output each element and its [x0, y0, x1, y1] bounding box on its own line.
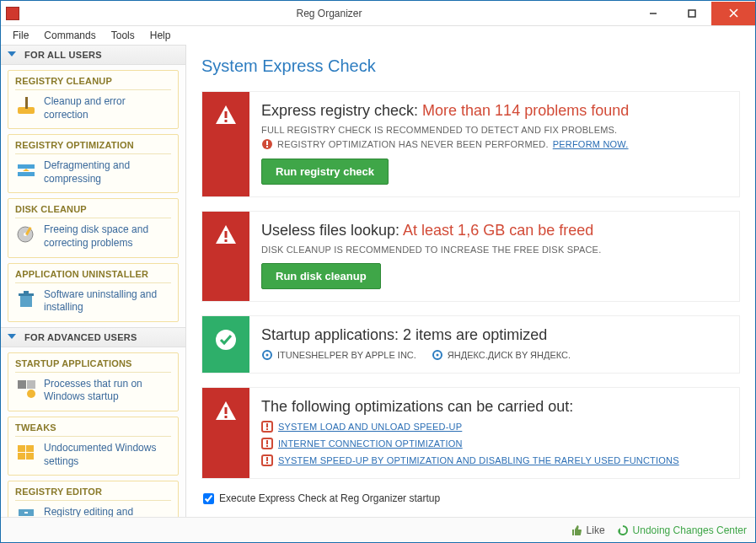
sidebar-item-desc: Undocumented Windows settings [44, 442, 171, 468]
startup-item-label: ЯНДЕКС.ДИСК BY ЯНДЕКС. [448, 350, 571, 360]
card-subtext2: REGISTRY OPTIMIZATION HAS NEVER BEEN PER… [261, 138, 727, 150]
card-status-bar [202, 212, 249, 301]
svg-rect-20 [18, 445, 25, 452]
window-controls [634, 2, 755, 25]
flag-gear-icon [15, 378, 37, 400]
card-heading: Express registry check: More than 114 pr… [261, 102, 727, 120]
gear-icon [261, 349, 273, 361]
sidebar-item-tweaks[interactable]: TWEAKS Undocumented Windows settings [8, 417, 179, 476]
card-status-bar [202, 388, 249, 478]
broom-icon [15, 95, 37, 117]
sidebar-item-desc: Cleanup and error correction [44, 95, 171, 121]
run-registry-check-button[interactable]: Run registry check [261, 159, 389, 185]
optimization-link[interactable]: INTERNET CONNECTION OPTIMIZATION [278, 438, 463, 449]
card-status-bar [202, 92, 249, 196]
svg-rect-14 [19, 293, 34, 296]
sidebar-item-registry-optimization[interactable]: REGISTRY OPTIMIZATION Defragmenting and … [8, 134, 179, 193]
run-disk-cleanup-button[interactable]: Run disk cleanup [261, 263, 381, 289]
like-button[interactable]: Like [571, 524, 605, 536]
check-circle-icon [214, 328, 238, 352]
sidebar-section-advanced[interactable]: FOR ADVANCED USERS [1, 327, 185, 347]
sidebar-item-title: APPLICATION UNINSTALLER [15, 269, 171, 283]
svg-rect-48 [266, 428, 268, 430]
thumbs-up-icon [571, 524, 582, 536]
card-subtext: FULL REGISTRY CHECK IS RECOMMENDED TO DE… [261, 125, 727, 135]
sidebar-item-desc: Registry editing and searching [44, 506, 171, 517]
sidebar-item-uninstaller[interactable]: APPLICATION UNINSTALLER Software uninsta… [8, 263, 179, 322]
startup-items-row: ITUNESHELPER BY APPLE INC. ЯНДЕКС.ДИСК B… [261, 349, 727, 361]
svg-marker-9 [23, 169, 29, 171]
svg-rect-54 [266, 462, 268, 464]
svg-rect-30 [225, 111, 228, 118]
maximize-button[interactable] [673, 2, 711, 25]
card-head-text: Useless files lookup: [261, 222, 403, 239]
sidebar-item-title: REGISTRY EDITOR [15, 487, 171, 501]
optimization-row: SYSTEM SPEED-UP BY OPTIMIZATION AND DISA… [261, 454, 727, 466]
svg-rect-22 [18, 453, 25, 460]
sidebar-section-label: FOR ALL USERS [24, 50, 102, 60]
sidebar-item-title: REGISTRY OPTIMIZATION [15, 140, 171, 154]
svg-point-40 [266, 354, 269, 357]
undo-label: Undoing Changes Center [633, 524, 747, 536]
svg-rect-8 [18, 172, 35, 176]
menu-commands[interactable]: Commands [37, 28, 102, 43]
card-subtext: DISK CLEANUP IS RECOMMENDED TO INCREASE … [261, 245, 727, 255]
svg-marker-4 [8, 51, 16, 56]
sidebar-item-desc: Defragmenting and compressing [44, 159, 171, 185]
footer: Like Undoing Changes Center [1, 517, 755, 542]
main-scroll: System Express Check Express registry ch… [186, 45, 755, 517]
perform-now-link[interactable]: PERFORM NOW. [553, 139, 629, 149]
alert-icon [214, 400, 238, 422]
alert-box-icon [261, 454, 273, 466]
sidebar-item-startup[interactable]: STARTUP APPLICATIONS Processes that run … [8, 352, 179, 411]
sidebar-item-registry-editor[interactable]: REGISTRY EDITOR Registry editing and sea… [8, 481, 179, 517]
alert-box-icon [261, 421, 273, 433]
optimization-link[interactable]: SYSTEM SPEED-UP BY OPTIMIZATION AND DISA… [278, 455, 679, 465]
sidebar-item-desc: Software uninstalling and installing [44, 288, 171, 315]
menu-file[interactable]: File [6, 28, 35, 43]
minimize-button[interactable] [634, 2, 673, 25]
card-optimizations: The following optimizations can be carri… [201, 387, 740, 479]
like-label: Like [587, 524, 605, 536]
titlebar: Reg Organizer [1, 1, 755, 26]
svg-rect-34 [266, 146, 268, 148]
sidebar-section-label: FOR ADVANCED USERS [24, 332, 137, 342]
undoing-changes-button[interactable]: Undoing Changes Center [617, 524, 747, 536]
sidebar-item-registry-cleanup[interactable]: REGISTRY CLEANUP Cleanup and error corre… [8, 70, 179, 129]
startup-item-label: ITUNESHELPER BY APPLE INC. [277, 350, 416, 360]
menu-tools[interactable]: Tools [105, 28, 142, 43]
main-area: System Express Check Express registry ch… [186, 45, 755, 517]
optimization-link[interactable]: SYSTEM LOAD AND UNLOAD SPEED-UP [278, 422, 462, 432]
sidebar-item-disk-cleanup[interactable]: DISK CLEANUP Freeing disk space and corr… [8, 198, 179, 257]
svg-rect-47 [266, 423, 268, 427]
card-heading: Useless files lookup: At least 1,6 GB ca… [261, 222, 727, 239]
svg-rect-23 [26, 453, 34, 460]
svg-rect-33 [266, 141, 268, 145]
execute-on-startup-checkbox[interactable] [203, 493, 214, 504]
svg-rect-51 [266, 445, 268, 447]
svg-rect-13 [20, 296, 32, 307]
close-button[interactable] [711, 2, 755, 25]
card-heading: Startup applications: 2 items are optimi… [261, 326, 727, 344]
sidebar: FOR ALL USERS REGISTRY CLEANUP Cleanup a… [1, 45, 186, 517]
window-title: Reg Organizer [24, 8, 634, 19]
svg-rect-21 [26, 445, 34, 452]
compress-icon [15, 159, 37, 181]
card-startup-apps: Startup applications: 2 items are optimi… [201, 315, 740, 374]
svg-rect-1 [689, 10, 695, 17]
svg-rect-36 [225, 231, 228, 238]
svg-rect-7 [18, 164, 35, 169]
checkbox-label: Execute Express Check at Reg Organizer s… [219, 492, 440, 504]
alert-icon [214, 223, 238, 245]
svg-point-42 [436, 354, 438, 357]
menu-help[interactable]: Help [143, 28, 178, 43]
app-window: Reg Organizer File Commands Tools Help F… [0, 0, 756, 543]
svg-rect-37 [225, 239, 228, 242]
svg-rect-44 [225, 407, 228, 414]
sidebar-item-title: REGISTRY CLEANUP [15, 76, 171, 90]
svg-rect-31 [225, 120, 228, 122]
app-body: FOR ALL USERS REGISTRY CLEANUP Cleanup a… [1, 45, 755, 517]
windows-icon [15, 442, 37, 464]
sidebar-item-title: STARTUP APPLICATIONS [15, 358, 171, 373]
sidebar-section-all-users[interactable]: FOR ALL USERS [1, 45, 185, 65]
